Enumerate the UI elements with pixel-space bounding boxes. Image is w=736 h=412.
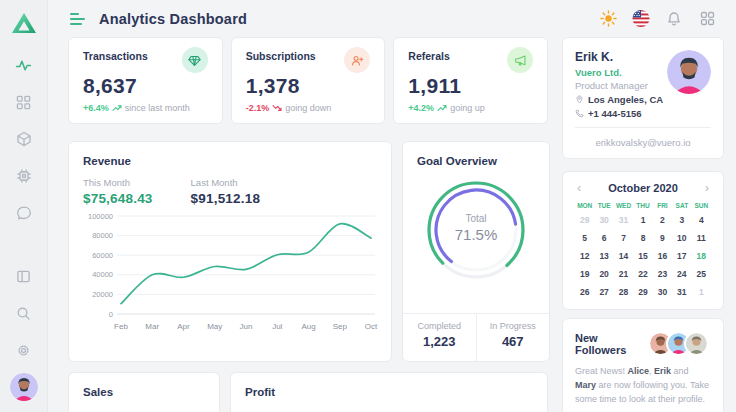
calendar-day[interactable]: 30 [594,211,613,229]
gauge-center: Total 71.5% [417,213,535,243]
delta-percent: +4.2% [408,103,434,113]
calendar-day[interactable]: 10 [672,229,691,247]
phone-icon [575,109,584,118]
stat-value: 1,911 [408,74,533,98]
calendar-day[interactable]: 2 [653,211,672,229]
profile-name: Erik K. [575,50,667,64]
notifications-bell-icon[interactable] [665,10,683,28]
calendar-day[interactable]: 24 [672,265,691,283]
sidebar-item-elements-chip[interactable] [9,161,39,191]
revenue-line-chart[interactable]: 100000800006000040000200000FebMarAprMayJ… [83,210,379,342]
trend-down-icon [272,104,282,112]
user-plus-icon [344,47,370,73]
trend-up-icon [112,104,122,112]
calendar-day[interactable]: 26 [575,283,594,301]
svg-text:Sep: Sep [333,322,348,331]
sidebar-item-dashboards[interactable] [9,87,39,117]
svg-text:Feb: Feb [114,322,128,331]
calendar-day[interactable]: 11 [692,229,711,247]
calendar-day[interactable]: 14 [614,247,633,265]
stat-card-referals[interactable]: Referals 1,911 +4.2% going up [393,37,548,124]
calendar-day[interactable]: 1 [633,211,652,229]
sidebar-item-messages-chat[interactable] [9,198,39,228]
svg-text:Jun: Jun [240,322,253,331]
calendar-day[interactable]: 1 [692,283,711,301]
calendar-day[interactable]: 12 [575,247,594,265]
app-logo-icon[interactable] [9,8,39,38]
this-month-value: $75,648.43 [83,191,153,206]
stat-label: Transactions [83,50,148,62]
calendar-day[interactable]: 5 [575,229,594,247]
profile-avatar[interactable] [667,50,711,94]
calendar-day-header: TUE [594,199,613,211]
stat-label: Subscriptions [246,50,316,62]
sidebar-item-activity[interactable] [9,50,39,80]
profit-card: Profit [230,372,548,412]
revenue-card: Revenue This Month $75,648.43 Last Month… [68,141,392,362]
header-bar: Analytics Dashboard [68,0,724,37]
profile-email[interactable]: erikkovalsky@vuero.io [575,137,711,148]
calendar-grid: MONTUEWEDTHUFRISATSUN2930311234567891011… [575,199,711,301]
left-column: Transactions 8,637 +6.4% since last mont… [68,37,548,412]
goal-in-progress: In Progress 467 [477,314,550,361]
calendar-day[interactable]: 31 [614,211,633,229]
goal-gauge[interactable]: Total 71.5% [417,171,535,289]
apps-grid-icon[interactable] [698,10,716,28]
calendar-day[interactable]: 8 [633,229,652,247]
stat-delta: -2.1% going down [246,103,371,113]
profile-company[interactable]: Vuero Ltd. [575,67,667,78]
sidebar-user-avatar[interactable] [9,372,39,402]
calendar-day[interactable]: 3 [672,211,691,229]
last-month-value: $91,512.18 [191,191,261,206]
follower-avatars[interactable] [648,331,711,356]
phone-text[interactable]: +1 444-5156 [588,108,642,119]
svg-text:100000: 100000 [88,212,113,221]
menu-toggle-icon[interactable] [68,9,87,29]
calendar-day[interactable]: 6 [594,229,613,247]
content: Transactions 8,637 +6.4% since last mont… [68,37,724,412]
calendar-next-icon[interactable]: › [703,181,711,194]
stat-delta: +6.4% since last month [83,103,208,113]
calendar-day-selected[interactable]: 18 [692,247,711,265]
calendar-day[interactable]: 20 [594,265,613,283]
calendar-day[interactable]: 27 [594,283,613,301]
location-text: Los Angeles, CA [588,94,663,105]
calendar-day[interactable]: 15 [633,247,652,265]
in-progress-value: 467 [477,334,550,349]
calendar-day[interactable]: 13 [594,247,613,265]
calendar-day[interactable]: 21 [614,265,633,283]
svg-text:60000: 60000 [92,251,113,260]
calendar-day[interactable]: 29 [575,211,594,229]
delta-percent: +6.4% [83,103,109,113]
sidebar-search-icon[interactable] [9,298,39,328]
calendar-day[interactable]: 22 [633,265,652,283]
calendar-day[interactable]: 16 [653,247,672,265]
calendar-day[interactable]: 17 [672,247,691,265]
stat-label: Referals [408,50,449,62]
stat-card-transactions[interactable]: Transactions 8,637 +6.4% since last mont… [68,37,223,124]
calendar-day[interactable]: 23 [653,265,672,283]
calendar-prev-icon[interactable]: ‹ [575,181,583,194]
calendar-day[interactable]: 25 [692,265,711,283]
stat-card-subscriptions[interactable]: Subscriptions 1,378 -2.1% going down [231,37,386,124]
sidebar-settings-gear-icon[interactable] [9,335,39,365]
calendar-day[interactable]: 4 [692,211,711,229]
calendar-day[interactable]: 9 [653,229,672,247]
svg-text:Oct: Oct [365,322,378,331]
calendar-day[interactable]: 31 [672,283,691,301]
calendar-day[interactable]: 7 [614,229,633,247]
profit-title: Profit [245,386,533,398]
goal-stats: Completed 1,223 In Progress 467 [403,313,549,361]
stat-value: 8,637 [83,74,208,98]
sidebar-item-panels-layout[interactable] [9,261,39,291]
sidebar [0,0,48,412]
calendar-day[interactable]: 28 [614,283,633,301]
sidebar-item-components-cube[interactable] [9,124,39,154]
page-title: Analytics Dashboard [99,11,247,27]
calendar-day[interactable]: 29 [633,283,652,301]
language-flag-us-icon[interactable] [632,10,650,28]
calendar-day[interactable]: 30 [653,283,672,301]
theme-sun-icon[interactable] [599,10,617,28]
stat-value: 1,378 [246,74,371,98]
calendar-day[interactable]: 19 [575,265,594,283]
